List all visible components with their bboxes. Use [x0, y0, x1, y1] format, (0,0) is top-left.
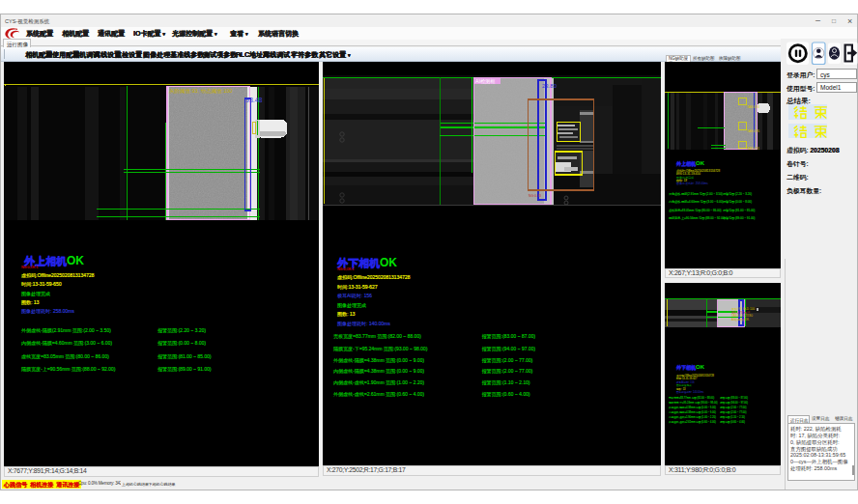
svg-text:TAB:0.93: TAB:0.93 [747, 105, 759, 109]
svg-text:TAB:0.91: TAB:0.91 [747, 147, 759, 150]
svg-text:AI检测框: AI检测框 [475, 78, 496, 85]
svg-text:灰阶阈值:93, 动态阈值:100: 灰阶阈值:93, 动态阈值:100 [169, 88, 232, 95]
svg-text:TAB:0.95: TAB:0.95 [747, 129, 759, 133]
svg-text:NG:0.73: NG:0.73 [529, 194, 541, 198]
svg-text:93.48: 93.48 [245, 97, 263, 103]
svg-text:23.80: 23.80 [542, 83, 558, 89]
svg-text:AI检测框:OK: AI检测框:OK [731, 318, 750, 322]
